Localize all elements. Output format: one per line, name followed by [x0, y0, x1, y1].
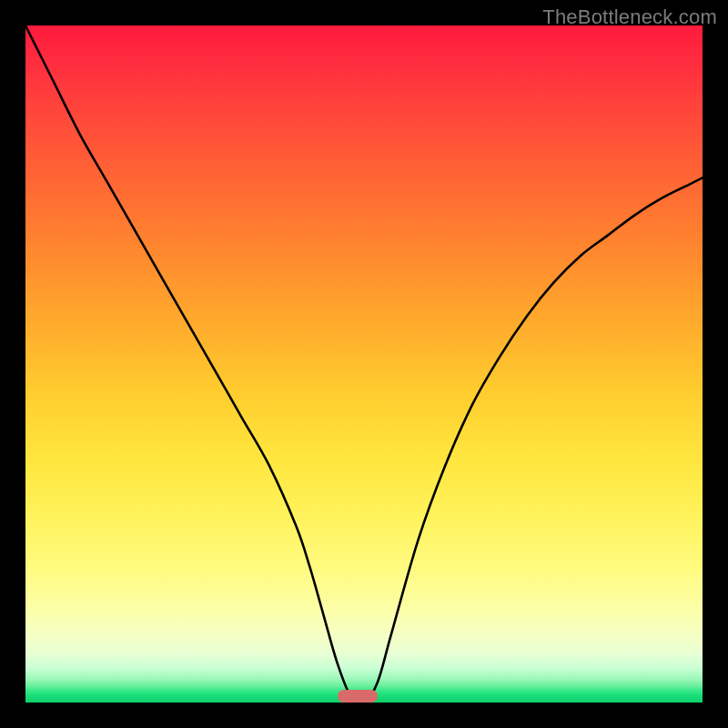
curve-layer: [25, 25, 703, 703]
chart-frame: TheBottleneck.com: [0, 0, 728, 728]
plot-area: [25, 25, 703, 703]
watermark-text: TheBottleneck.com: [542, 5, 717, 29]
minimum-marker: [338, 690, 378, 703]
bottleneck-curve: [25, 25, 703, 703]
